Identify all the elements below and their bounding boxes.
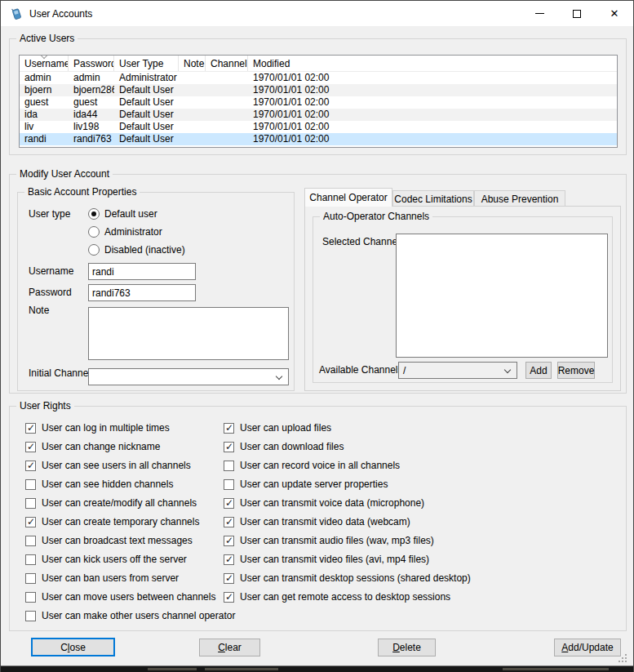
cell-password: bjoern286 [69, 84, 114, 96]
checkbox-icon [224, 573, 234, 584]
user-right-checkbox[interactable]: User can change nickname [25, 440, 160, 453]
active-users-table[interactable]: UsernamePasswordUser TypeNoteChannelModi… [19, 55, 618, 148]
user-right-checkbox[interactable]: User can see users in all channels [25, 459, 191, 472]
remove-button[interactable]: Remove [557, 362, 595, 379]
minimize-icon [535, 13, 544, 14]
checkbox-label: User can transmit video data (webcam) [240, 516, 410, 527]
note-textarea[interactable] [88, 307, 289, 360]
user-right-checkbox[interactable]: User can transmit desktop sessions (shar… [224, 572, 471, 585]
cell-user_type: Default User [114, 84, 179, 96]
checkbox-label: User can upload files [240, 422, 331, 434]
column-header-password[interactable]: Password [69, 56, 114, 71]
window-title: User Accounts [29, 8, 92, 20]
column-header-modified[interactable]: Modified [248, 56, 617, 71]
cell-username: bjoern [20, 84, 69, 96]
minimize-button[interactable] [521, 1, 558, 26]
cell-user_type: Default User [114, 133, 179, 145]
cell-user_type: Administrator [114, 72, 179, 84]
user-type-radio-administrator[interactable]: Administrator [88, 225, 162, 238]
user-right-checkbox[interactable]: User can kick users off the server [25, 553, 187, 566]
delete-button[interactable]: Delete [378, 639, 436, 656]
checkbox-icon [224, 498, 234, 509]
checkbox-label: User can broadcast text messages [42, 535, 193, 546]
available-channels-combobox[interactable]: / [398, 362, 517, 379]
radio-label: Default user [104, 208, 157, 220]
available-channels-label: Available Channels [319, 363, 403, 376]
cell-user_type: Default User [114, 109, 179, 121]
table-row[interactable]: idaida44Default User1970/01/01 02:00 [20, 109, 617, 121]
clear-button[interactable]: Clear [199, 639, 260, 656]
close-button[interactable]: Close [31, 638, 115, 656]
column-header-note[interactable]: Note [179, 56, 206, 71]
cell-channel [206, 84, 248, 96]
available-channels-value: / [403, 365, 406, 376]
close-icon: ✕ [610, 8, 619, 19]
checkbox-icon [25, 498, 36, 509]
selected-channels-listbox[interactable] [396, 234, 608, 358]
table-row[interactable]: guestguestDefault User1970/01/01 02:00 [20, 96, 617, 109]
initial-channel-combobox[interactable] [88, 368, 289, 385]
resize-grip[interactable] [618, 661, 620, 662]
tab-abuse-prevention[interactable]: Abuse Prevention [474, 190, 565, 207]
user-right-checkbox[interactable]: User can update server properties [224, 478, 388, 491]
checkbox-icon [25, 611, 36, 621]
table-row[interactable]: livliv198Default User1970/01/01 02:00 [20, 121, 617, 133]
checkbox-icon [25, 442, 36, 452]
user-type-radio-default-user[interactable]: Default user [88, 207, 157, 220]
add-update-button[interactable]: Add/Update [554, 639, 621, 656]
table-row[interactable]: adminadminAdministrator1970/01/01 02:00 [20, 72, 617, 84]
maximize-button[interactable] [558, 1, 596, 26]
checkbox-icon [25, 479, 36, 490]
cell-modified: 1970/01/01 02:00 [248, 109, 617, 121]
cell-note [179, 84, 206, 96]
checkbox-icon [25, 517, 36, 527]
user-right-checkbox[interactable]: User can record voice in all channels [224, 459, 400, 472]
cell-user_type: Default User [114, 121, 179, 133]
chevron-down-icon [504, 367, 511, 373]
user-right-checkbox[interactable]: User can create/modify all channels [25, 496, 197, 510]
cell-modified: 1970/01/01 02:00 [248, 96, 617, 109]
table-row[interactable]: randirandi763Default User1970/01/01 02:0… [20, 133, 617, 145]
user-right-checkbox[interactable]: User can log in multiple times [25, 421, 170, 434]
close-window-button[interactable]: ✕ [596, 1, 633, 26]
cell-username: liv [20, 121, 69, 133]
modify-user-account-legend: Modify User Account [16, 168, 113, 180]
user-right-checkbox[interactable]: User can transmit video files (avi, mp4 … [224, 553, 429, 566]
column-header-user-type[interactable]: User Type [114, 56, 179, 71]
table-row[interactable]: bjoernbjoern286Default User1970/01/01 02… [20, 84, 617, 96]
background-window-sliver [1, 666, 634, 672]
basic-account-properties-legend: Basic Account Properties [24, 186, 140, 198]
user-right-checkbox[interactable]: User can see hidden channels [25, 478, 173, 491]
user-right-checkbox[interactable]: User can move users between channels [25, 590, 215, 603]
user-right-checkbox[interactable]: User can upload files [224, 421, 331, 434]
checkbox-label: User can download files [240, 441, 344, 452]
checkbox-label: User can transmit audio files (wav, mp3 … [240, 535, 434, 546]
user-right-checkbox[interactable]: User can get remote access to desktop se… [224, 590, 450, 603]
cell-channel [206, 72, 248, 84]
user-type-radio-disabled-inactive-[interactable]: Disabled (inactive) [88, 243, 185, 256]
tab-channel-operator[interactable]: Channel Operator [304, 188, 392, 207]
user-right-checkbox[interactable]: User can transmit voice data (microphone… [224, 496, 424, 510]
cell-note [179, 133, 206, 145]
user-right-checkbox[interactable]: User can make other users channel operat… [25, 609, 235, 622]
username-input[interactable] [88, 263, 196, 280]
user-right-checkbox[interactable]: User can transmit video data (webcam) [224, 515, 410, 528]
cell-note [179, 72, 206, 84]
add-button[interactable]: Add [525, 362, 552, 379]
user-right-checkbox[interactable]: User can download files [224, 440, 344, 453]
user-right-checkbox[interactable]: User can broadcast text messages [25, 534, 193, 547]
user-right-checkbox[interactable]: User can ban users from server [25, 572, 179, 585]
tab-codec-limitations[interactable]: Codec Limitations [392, 190, 474, 207]
user-right-checkbox[interactable]: User can transmit audio files (wav, mp3 … [224, 534, 434, 547]
cell-username: ida [20, 109, 69, 121]
cell-note [179, 96, 206, 109]
checkbox-icon [25, 592, 36, 603]
cell-user_type: Default User [114, 96, 179, 109]
username-label: Username [29, 265, 73, 278]
password-input[interactable] [88, 284, 196, 301]
user-right-checkbox[interactable]: User can create temporary channels [25, 515, 199, 528]
checkbox-label: User can create/modify all channels [42, 497, 197, 509]
checkbox-label: User can log in multiple times [42, 422, 170, 434]
column-header-channel[interactable]: Channel [206, 56, 248, 71]
active-users-legend: Active Users [16, 33, 78, 45]
